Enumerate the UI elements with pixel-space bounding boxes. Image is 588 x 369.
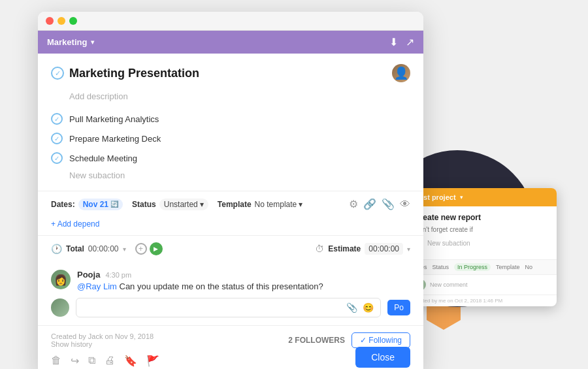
total-value: 00:00:00 <box>88 244 119 253</box>
task-title: Marketing Presentation <box>69 67 199 80</box>
task-title-left: ✓ Marketing Presentation <box>51 67 199 80</box>
template-value: No template <box>255 200 297 209</box>
subtask-label-1: Pull Marketing Analytics <box>69 114 159 124</box>
second-comment-input[interactable]: New comment <box>430 281 549 288</box>
avatar-face: 👤 <box>394 67 408 79</box>
comment-mention[interactable]: @Ray Lim <box>77 281 117 291</box>
dates-label: Dates: <box>51 200 75 209</box>
minimize-window-btn[interactable] <box>57 17 65 25</box>
task-complete-icon[interactable]: ✓ <box>51 67 64 80</box>
dependency-icon[interactable]: ⚙ <box>349 198 358 210</box>
link-icon[interactable]: 🔗 <box>363 198 376 210</box>
date-badge[interactable]: Nov 21 🔄 <box>78 199 123 210</box>
subtask-item: ✓ Pull Marketing Analytics <box>51 109 410 129</box>
comment-body-text: Can you update me on the status of this … <box>120 281 323 291</box>
eye-icon[interactable]: 👁 <box>400 199 410 210</box>
status-badge[interactable]: Unstarted ▾ <box>159 199 208 210</box>
second-task-window: First project ▾ Create new report Don't … <box>406 188 557 306</box>
expand-icon[interactable]: ↗ <box>406 36 414 48</box>
add-depend-btn[interactable]: + Add depend <box>51 219 99 229</box>
task-footer: Created by Jack on Nov 9, 2018 Show hist… <box>38 325 423 369</box>
date-value: Nov 21 <box>83 200 108 209</box>
header-chevron-icon[interactable]: ▾ <box>91 39 94 46</box>
trash-icon[interactable]: 🗑 <box>51 355 61 366</box>
footer-top: Created by Jack on Nov 9, 2018 Show hist… <box>51 332 410 348</box>
second-meta-bar: Dates Status In Progress Template No <box>406 259 557 274</box>
emoji-icon[interactable]: 😊 <box>363 302 374 313</box>
total-label: Total <box>66 244 84 253</box>
subtask-check-2[interactable]: ✓ <box>51 133 63 144</box>
subtask-check-3[interactable]: ✓ <box>51 152 63 164</box>
estimate-icon: ⏱ <box>315 244 324 254</box>
subtask-item: ✓ Prepare Marketing Deck <box>51 129 410 148</box>
comment-input-box[interactable]: 📎 😊 <box>76 298 381 317</box>
estimate-label: Estimate <box>328 244 361 253</box>
second-comment-row: New comment <box>406 274 557 295</box>
second-template-label: Template <box>496 264 520 270</box>
estimate-value[interactable]: 00:00:00 <box>365 243 403 255</box>
play-btn[interactable]: ▶ <box>150 242 163 255</box>
template-chevron-icon: ▾ <box>299 200 302 209</box>
comment-item: 👩 Pooja 4:30 pm @Ray Lim Can you update … <box>51 270 410 291</box>
template-badge[interactable]: No template ▾ <box>255 200 303 209</box>
commenter-avatar-icon: 👩 <box>54 274 67 286</box>
assignee-avatar[interactable]: 👤 <box>392 64 410 82</box>
template-label: Template <box>218 200 252 209</box>
subtask-check-1[interactable]: ✓ <box>51 113 63 125</box>
bookmark-icon[interactable]: 🔖 <box>124 355 137 367</box>
commenter-avatar: 👩 <box>51 270 71 289</box>
share-icon[interactable]: ↪ <box>71 355 79 367</box>
total-time-group: 🕐 Total 00:00:00 ▾ <box>51 244 126 254</box>
new-subaction[interactable]: New subaction <box>51 168 410 183</box>
subtask-label-3: Schedule Meeting <box>69 153 137 163</box>
dates-meta: Dates: Nov 21 🔄 <box>51 199 123 210</box>
flag-icon[interactable]: 🚩 <box>146 355 159 367</box>
status-chevron-icon: ▾ <box>200 200 204 209</box>
add-description[interactable]: Add description <box>51 88 410 109</box>
second-subaction-label: New subaction <box>427 240 470 247</box>
project-name-label: Marketing <box>47 37 87 47</box>
window-header: Marketing ▾ ⬇ ↗ <box>38 31 423 54</box>
footer-left: Created by Jack on Nov 9, 2018 Show hist… <box>51 332 154 348</box>
post-comment-btn[interactable]: Po <box>387 300 410 315</box>
subtask-item: ✓ Schedule Meeting <box>51 148 410 168</box>
download-icon[interactable]: ⬇ <box>389 36 398 48</box>
status-label: Status <box>132 200 156 209</box>
add-time-btn[interactable]: + <box>135 243 147 255</box>
commenter-name: Pooja <box>77 270 100 280</box>
followers-count: 2 FOLLOWERS <box>288 336 345 345</box>
second-status-label: Status <box>433 264 449 270</box>
footer-actions: 🗑 ↪ ⧉ 🖨 🔖 🚩 <box>51 355 159 367</box>
current-user-avatar <box>51 298 69 317</box>
time-dropdown-icon[interactable]: ▾ <box>123 246 126 253</box>
window-chrome <box>38 12 423 31</box>
footer-bottom: 🗑 ↪ ⧉ 🖨 🔖 🚩 Close <box>51 353 410 368</box>
meta-bar: Dates: Nov 21 🔄 Status Unstarted ▾ Templ… <box>38 191 423 235</box>
show-history-btn[interactable]: Show history <box>51 340 154 348</box>
comment-input-icons: 📎 😊 <box>346 302 374 313</box>
duplicate-icon[interactable]: ⧉ <box>88 355 95 366</box>
comment-text: @Ray Lim Can you update me on the status… <box>77 281 410 291</box>
main-task-window: Marketing ▾ ⬇ ↗ ✓ Marketing Presentation… <box>38 12 423 369</box>
estimate-dropdown-icon[interactable]: ▾ <box>407 246 410 253</box>
comment-input-row: 📎 😊 Po <box>51 298 410 317</box>
comment-time: 4:30 pm <box>105 271 131 279</box>
time-controls: + ▶ <box>135 242 163 255</box>
subtask-label-2: Prepare Marketing Deck <box>69 134 161 144</box>
followers-area: 2 FOLLOWERS ✓ Following <box>288 332 410 348</box>
following-btn[interactable]: ✓ Following <box>351 332 410 348</box>
task-content: ✓ Marketing Presentation 👤 Add descripti… <box>38 54 423 183</box>
second-chevron-icon: ▾ <box>460 194 463 201</box>
second-subaction: ✓ New subaction <box>414 238 549 248</box>
second-template-value: No <box>525 264 533 270</box>
task-title-row: ✓ Marketing Presentation 👤 <box>51 64 410 82</box>
close-window-btn[interactable] <box>46 17 54 25</box>
created-info: Created by Jack on Nov 9, 2018 <box>51 332 154 340</box>
attachment-input-icon[interactable]: 📎 <box>346 302 357 313</box>
maximize-window-btn[interactable] <box>69 17 77 25</box>
second-task-desc: Don't forget create if <box>414 226 549 233</box>
print-icon[interactable]: 🖨 <box>105 355 115 366</box>
meta-icons: ⚙ 🔗 📎 👁 <box>349 198 410 210</box>
close-btn[interactable]: Close <box>355 347 410 368</box>
attachment-icon[interactable]: 📎 <box>382 198 395 210</box>
